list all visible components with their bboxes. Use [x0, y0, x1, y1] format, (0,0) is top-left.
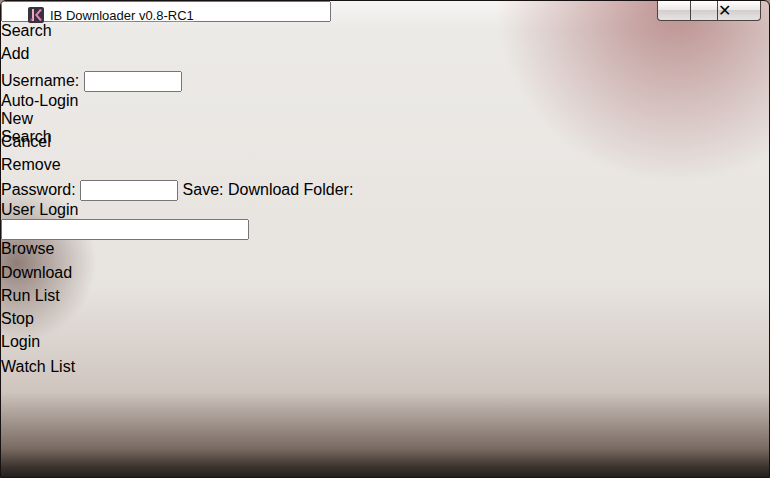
app-icon — [28, 7, 44, 23]
window-title: IB Downloader v0.8-RC1 — [50, 8, 194, 23]
close-button[interactable]: ✕ — [717, 1, 761, 21]
auto-login-label: Auto-Login — [1, 92, 78, 109]
password-field[interactable] — [80, 180, 178, 201]
stop-button[interactable]: Stop — [1, 310, 73, 333]
caption-buttons: ✕ — [657, 1, 761, 21]
watch-list-save-checkbox[interactable]: Watch List — [1, 358, 769, 376]
download-folder-label: Download Folder: — [228, 181, 353, 198]
browse-button[interactable]: Browse — [1, 240, 72, 264]
app-window: IB Downloader v0.8-RC1 ✕ Search Add User… — [0, 0, 770, 478]
username-field[interactable] — [84, 71, 182, 92]
username-label: Username: — [1, 72, 79, 89]
download-button[interactable]: Download — [1, 264, 71, 287]
user-login-checkbox[interactable]: User Login — [1, 201, 769, 219]
close-icon: ✕ — [718, 2, 731, 19]
password-label: Password: — [1, 181, 76, 198]
new-search-button[interactable]: New Search — [1, 110, 72, 133]
remove-button[interactable]: Remove — [1, 156, 74, 180]
download-folder-input[interactable] — [1, 219, 249, 240]
run-list-button[interactable]: Run List — [1, 287, 74, 310]
maximize-button[interactable] — [690, 1, 717, 21]
login-button[interactable]: Login — [1, 333, 75, 358]
watch-list-save-label: Watch List — [1, 358, 75, 375]
save-label: Save: — [183, 181, 224, 198]
user-login-label: User Login — [1, 201, 78, 218]
minimize-button[interactable] — [657, 1, 690, 21]
client-area: Search Add Username: Auto-Login New Sear… — [1, 1, 769, 478]
titlebar[interactable]: IB Downloader v0.8-RC1 ✕ — [1, 1, 769, 30]
cancel-button[interactable]: Cancel — [1, 133, 71, 156]
add-button[interactable]: Add — [1, 45, 74, 71]
results-listbox[interactable] — [1, 376, 377, 478]
auto-login-checkbox[interactable]: Auto-Login — [1, 92, 769, 110]
